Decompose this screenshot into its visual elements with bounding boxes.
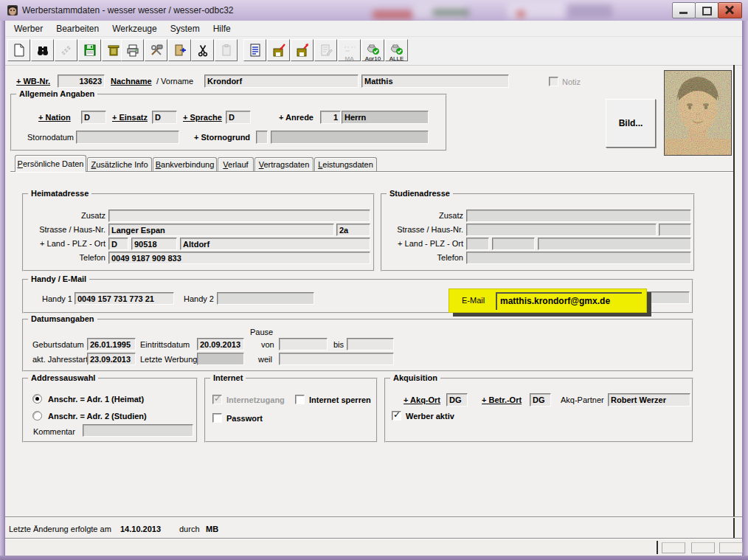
status-divider	[657, 541, 658, 554]
menu-system[interactable]: System	[164, 22, 207, 35]
last-change-date: 14.10.2013	[120, 525, 161, 533]
exit-button[interactable]	[168, 39, 191, 61]
betr-ort-label[interactable]: + Betr.-Ort	[482, 395, 522, 404]
stornogrund-field[interactable]	[271, 131, 429, 144]
menu-werkzeuge[interactable]: Werkzeuge	[105, 22, 163, 35]
jahresstart-label: akt. Jahresstart	[32, 355, 88, 364]
import-button[interactable]	[267, 39, 290, 61]
akq-ort-label[interactable]: + Akq-Ort	[404, 395, 440, 404]
status-panel-1	[662, 542, 685, 553]
stornodatum-field[interactable]	[76, 131, 179, 144]
stornogrund-label[interactable]: + Stornogrund	[194, 133, 250, 142]
pause-bis-field[interactable]	[347, 338, 394, 350]
tab-bankverbindung[interactable]: Bankverbindung	[153, 157, 217, 171]
studien-plz-field[interactable]	[492, 238, 535, 250]
search-button[interactable]	[31, 39, 54, 61]
einsatz-field[interactable]: D	[152, 111, 177, 124]
letzte-werbung-field[interactable]	[197, 353, 244, 365]
apr10-button[interactable]: Apr10	[361, 39, 384, 61]
nachname-label[interactable]: Nachname	[111, 77, 152, 86]
heimat-strasse-field[interactable]: Langer Espan	[108, 224, 334, 236]
nachname-field[interactable]: Krondorf	[204, 75, 359, 88]
heimat-zusatz-field[interactable]	[108, 210, 370, 222]
heimat-plz-field[interactable]: 90518	[131, 238, 177, 250]
kommentar-label: Kommentar	[33, 427, 75, 436]
nation-label[interactable]: + Nation	[38, 113, 71, 122]
report-button[interactable]	[243, 39, 266, 61]
anrede-field[interactable]: Herrn	[342, 111, 429, 124]
studien-telefon-field[interactable]	[466, 252, 691, 264]
studien-ort-field[interactable]	[538, 238, 691, 250]
studien-strasse-field[interactable]	[466, 224, 657, 236]
nation-field[interactable]: D	[81, 111, 106, 124]
vorname-field[interactable]: Matthis	[361, 75, 509, 88]
application-window: Werberstammdaten - wesser wesser / wesse…	[0, 0, 748, 560]
heimat-land-plz-ort-label[interactable]: + Land - PLZ - Ort	[32, 239, 105, 248]
sprache-field[interactable]: D	[226, 111, 251, 124]
alle-button[interactable]: ALLE	[385, 39, 408, 61]
studien-hausnr-field[interactable]	[659, 224, 691, 236]
wb-nr-label[interactable]: + WB-Nr.	[16, 77, 50, 86]
adresse1-radio[interactable]	[32, 394, 42, 404]
export-floppy-icon	[295, 43, 310, 58]
geburtsdatum-field[interactable]: 26.01.1995	[87, 338, 136, 350]
close-button[interactable]	[718, 2, 742, 18]
einsatz-label[interactable]: + Einsatz	[112, 113, 148, 122]
menu-hilfe[interactable]: Hilfe	[207, 22, 238, 35]
email-field[interactable]: matthis.krondorf@gmx.de	[496, 292, 642, 310]
heimat-ort-field[interactable]: Altdorf	[180, 238, 370, 250]
werber-aktiv-label[interactable]: Werber aktiv	[406, 412, 454, 421]
wb-nr-field[interactable]: 13623	[58, 75, 105, 88]
adresse2-radio[interactable]	[32, 411, 42, 421]
werber-aktiv-checkbox[interactable]: ✓	[392, 411, 401, 421]
eintrittsdatum-field[interactable]: 20.09.2013	[197, 338, 244, 350]
pause-weil-field[interactable]	[279, 353, 394, 365]
kommentar-field[interactable]	[83, 424, 193, 437]
tab-leistungsdaten[interactable]: Leistungsdaten	[314, 157, 377, 171]
print-button[interactable]	[121, 39, 144, 61]
tab-persoenliche-daten[interactable]: Persönliche Daten	[15, 155, 86, 172]
adresse2-label[interactable]: Anschr. = Adr. 2 (Studien)	[48, 412, 147, 421]
heimat-hausnr-field[interactable]: 2a	[336, 224, 370, 236]
studien-zusatz-field[interactable]	[466, 210, 691, 222]
tab-verlauf[interactable]: Verlauf	[218, 157, 254, 171]
handy-email-legend: Handy / E-Mail	[28, 274, 89, 283]
studien-strasse-label: Strasse / Haus-Nr.	[389, 225, 463, 234]
studien-land-plz-ort-label[interactable]: + Land - PLZ - Ort	[389, 239, 463, 248]
handy2-field[interactable]	[217, 292, 314, 305]
pause-von-field[interactable]	[279, 338, 328, 350]
akq-partner-field[interactable]: Robert Werzer	[608, 393, 690, 407]
trash-icon	[106, 43, 121, 58]
jahresstart-field[interactable]: 23.09.2013	[87, 353, 136, 365]
maximize-button[interactable]	[695, 2, 718, 18]
heimat-land-field[interactable]: D	[108, 238, 128, 250]
betr-ort-field[interactable]: DG	[530, 393, 551, 407]
stornogrund-code-field[interactable]	[256, 131, 268, 144]
handy1-field[interactable]: 0049 157 731 773 21	[75, 292, 174, 305]
menu-bearbeiten[interactable]: Bearbeiten	[49, 22, 105, 35]
internet-sperren-checkbox[interactable]	[295, 395, 305, 404]
anrede-label[interactable]: + Anrede	[279, 113, 314, 122]
akq-ort-field[interactable]: DG	[446, 393, 468, 407]
glass-reflection	[373, 10, 413, 19]
last-change-label: Letzte Änderung erfolgte am	[9, 525, 111, 533]
tab-vertragsdaten[interactable]: Vertragsdaten	[254, 157, 314, 171]
minimize-button[interactable]	[672, 2, 696, 18]
tools-button[interactable]	[145, 39, 167, 61]
save-button[interactable]	[78, 39, 101, 61]
new-button[interactable]	[7, 39, 30, 61]
bild-button[interactable]: Bild...	[606, 99, 656, 148]
tab-zusaetzliche-info[interactable]: Zusätzliche Info	[87, 157, 152, 171]
adresse1-label[interactable]: Anschr. = Adr. 1 (Heimat)	[48, 395, 144, 404]
cut-button[interactable]	[191, 39, 214, 61]
studien-land-field[interactable]	[466, 238, 489, 250]
menu-werber[interactable]: Werber	[7, 22, 49, 35]
anrede-code-field[interactable]: 1	[320, 111, 341, 124]
passwort-label[interactable]: Passwort	[226, 414, 263, 423]
internet-sperren-label[interactable]: Internet sperren	[309, 395, 371, 404]
sprache-label[interactable]: + Sprache	[183, 113, 222, 122]
passwort-checkbox[interactable]	[212, 413, 222, 423]
heimat-telefon-field[interactable]: 0049 9187 909 833	[108, 252, 370, 264]
export-button[interactable]	[291, 39, 314, 61]
exit-door-icon	[173, 43, 187, 58]
